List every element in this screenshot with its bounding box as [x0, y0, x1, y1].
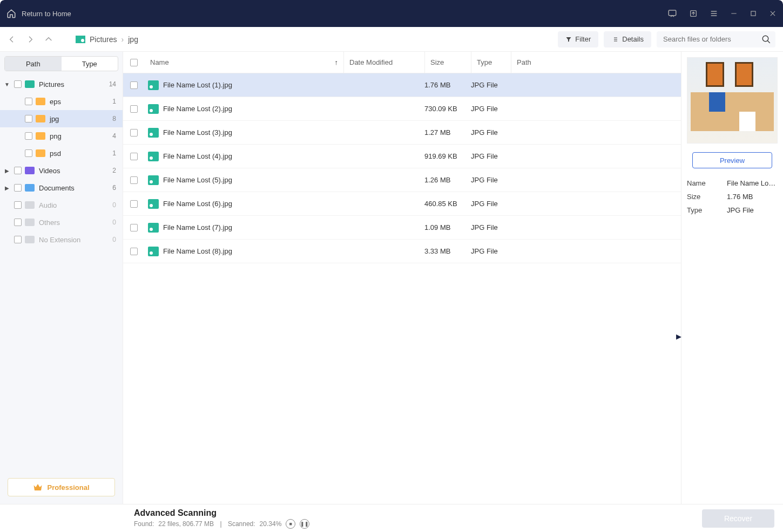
file-name: File Name Lost (7).jpg: [163, 223, 232, 231]
professional-button[interactable]: Professional: [8, 478, 115, 496]
details-label: Details: [622, 35, 644, 43]
tree-count: 4: [112, 132, 116, 140]
file-name: File Name Lost (4).jpg: [163, 152, 232, 160]
breadcrumb-item[interactable]: jpg: [128, 35, 138, 44]
select-all-checkbox[interactable]: [123, 59, 145, 66]
column-size-label: Size: [430, 58, 444, 66]
file-row[interactable]: File Name Lost (1).jpg1.76 MBJPG File: [123, 73, 681, 97]
tree-count: 0: [112, 219, 116, 226]
sort-asc-icon[interactable]: ↑: [335, 58, 339, 66]
sidebar-item-no-extension[interactable]: No Extension0: [0, 231, 123, 248]
column-date[interactable]: Date Modified: [343, 52, 424, 73]
folder-icon: [36, 115, 45, 122]
forward-icon[interactable]: [26, 35, 35, 44]
sidebar-item-pictures[interactable]: ▼Pictures14: [0, 76, 123, 93]
list-icon: [611, 36, 619, 43]
sidebar-item-psd[interactable]: psd1: [0, 145, 123, 162]
return-home-label: Return to Home: [22, 10, 71, 18]
sidebar-item-videos[interactable]: ▶Videos2: [0, 162, 123, 179]
return-home-button[interactable]: Return to Home: [6, 9, 71, 18]
scanned-value: 20.34%: [260, 520, 282, 528]
tree-checkbox[interactable]: [14, 184, 22, 192]
crown-icon: [33, 483, 43, 491]
file-type: JPG File: [471, 81, 511, 89]
stop-scan-icon[interactable]: ■: [286, 519, 295, 529]
tree-checkbox[interactable]: [14, 219, 22, 226]
chevron-right-icon: ›: [122, 35, 124, 44]
file-type: JPG File: [471, 247, 511, 255]
folder-icon: [25, 236, 35, 243]
row-checkbox[interactable]: [123, 105, 145, 113]
tree-count: 0: [112, 201, 116, 209]
sidebar-item-audio[interactable]: Audio0: [0, 196, 123, 214]
tree-label: Documents: [39, 184, 112, 192]
tree-count: 0: [112, 236, 116, 243]
folder-icon: [36, 149, 45, 157]
row-checkbox[interactable]: [123, 81, 145, 89]
tree-checkbox[interactable]: [25, 98, 32, 105]
column-path[interactable]: Path: [511, 52, 681, 73]
filter-button[interactable]: Filter: [558, 31, 598, 47]
filter-icon: [565, 36, 572, 43]
pause-scan-icon[interactable]: ❚❚: [300, 519, 309, 529]
sidebar-item-others[interactable]: Others0: [0, 214, 123, 231]
row-checkbox[interactable]: [123, 129, 145, 137]
close-icon[interactable]: [769, 10, 777, 17]
menu-icon[interactable]: [710, 9, 718, 18]
tree-checkbox[interactable]: [25, 132, 32, 140]
row-checkbox[interactable]: [123, 176, 145, 184]
column-date-label: Date Modified: [349, 58, 393, 66]
row-checkbox[interactable]: [123, 153, 145, 160]
back-icon[interactable]: [8, 35, 16, 44]
file-type: JPG File: [471, 223, 511, 231]
tree-label: No Extension: [39, 236, 112, 244]
file-row[interactable]: File Name Lost (3).jpg1.27 MBJPG File: [123, 121, 681, 145]
minimize-icon[interactable]: [730, 10, 738, 17]
file-row[interactable]: File Name Lost (2).jpg730.09 KBJPG File: [123, 97, 681, 121]
caret-icon: ▶: [3, 185, 11, 191]
file-row[interactable]: File Name Lost (8).jpg3.33 MBJPG File: [123, 240, 681, 263]
file-row[interactable]: File Name Lost (4).jpg919.69 KBJPG File: [123, 145, 681, 168]
preview-button[interactable]: Preview: [692, 152, 772, 168]
file-row[interactable]: File Name Lost (6).jpg460.85 KBJPG File: [123, 192, 681, 216]
tree-checkbox[interactable]: [25, 115, 32, 122]
file-row[interactable]: File Name Lost (7).jpg1.09 MBJPG File: [123, 216, 681, 240]
file-thumb-icon: [148, 175, 159, 185]
search-icon[interactable]: [761, 35, 771, 44]
scanned-prefix: Scanned:: [228, 520, 255, 528]
titlebar-actions: [667, 9, 777, 18]
folder-icon: [36, 98, 45, 105]
tree-checkbox[interactable]: [14, 201, 22, 209]
search-input[interactable]: [657, 31, 775, 47]
row-checkbox[interactable]: [123, 224, 145, 231]
feedback-icon[interactable]: [667, 9, 677, 18]
sidebar-item-documents[interactable]: ▶Documents6: [0, 179, 123, 196]
up-icon[interactable]: [44, 35, 53, 44]
file-type: JPG File: [471, 105, 511, 113]
scan-status-title: Advanced Scanning: [134, 508, 309, 518]
tree-checkbox[interactable]: [14, 236, 22, 243]
share-icon[interactable]: [689, 9, 698, 18]
segment-type[interactable]: Type: [62, 57, 118, 71]
tree-checkbox[interactable]: [25, 149, 32, 157]
tree-checkbox[interactable]: [14, 80, 22, 88]
column-size[interactable]: Size: [424, 52, 471, 73]
recover-button[interactable]: Recover: [702, 509, 774, 528]
expand-preview-icon[interactable]: ▶: [676, 332, 681, 340]
row-checkbox[interactable]: [123, 248, 145, 255]
tree-checkbox[interactable]: [14, 167, 22, 174]
svg-point-3: [762, 36, 768, 42]
details-button[interactable]: Details: [604, 31, 651, 47]
footer: Advanced Scanning Found: 22 files, 806.7…: [0, 504, 783, 532]
maximize-icon[interactable]: [750, 10, 757, 17]
sidebar-item-eps[interactable]: eps1: [0, 93, 123, 110]
segment-path[interactable]: Path: [5, 57, 62, 71]
sidebar-item-png[interactable]: png4: [0, 127, 123, 145]
column-name[interactable]: Name ↑: [145, 58, 343, 66]
sidebar-item-jpg[interactable]: jpg8: [0, 110, 123, 127]
file-row[interactable]: File Name Lost (5).jpg1.26 MBJPG File: [123, 168, 681, 192]
column-name-label: Name: [150, 58, 169, 66]
row-checkbox[interactable]: [123, 200, 145, 208]
breadcrumb-item[interactable]: Pictures: [90, 35, 117, 44]
column-type[interactable]: Type: [471, 52, 511, 73]
